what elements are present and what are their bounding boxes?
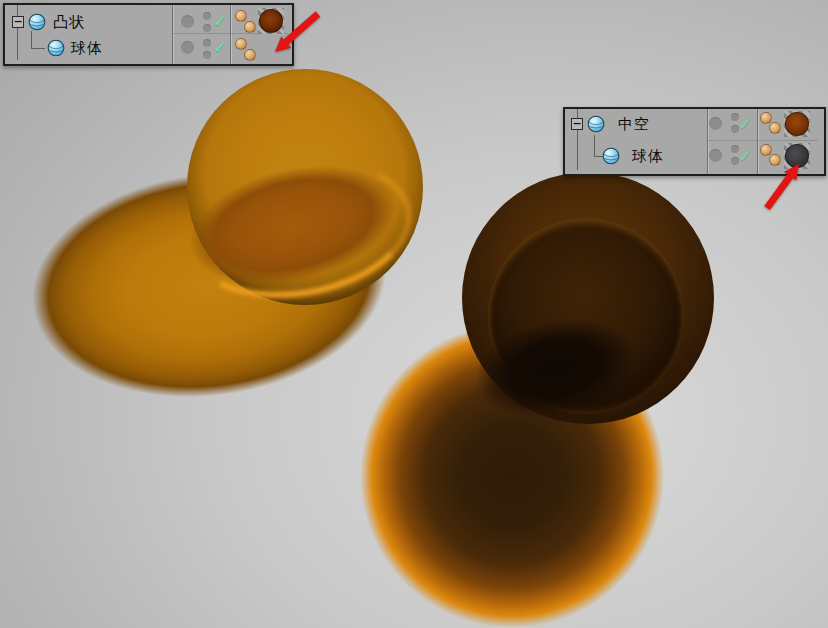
enabled-checkmark[interactable]: ✓	[213, 39, 227, 56]
enabled-checkmark[interactable]: ✓	[213, 13, 227, 30]
annotation-arrow	[258, 8, 324, 58]
annotation-arrow	[757, 156, 812, 214]
row-divider	[707, 140, 818, 141]
tree-branch-line	[31, 48, 45, 49]
tree-root-line	[17, 5, 18, 60]
object-name-label[interactable]: 球体	[71, 40, 103, 57]
visibility-dot-renderer[interactable]	[203, 51, 211, 59]
sphere-object-icon[interactable]	[602, 147, 620, 165]
visibility-dot-editor[interactable]	[203, 12, 211, 20]
object-manager-panel-left[interactable]: − 凸状 球体 ✓ ✓	[3, 3, 294, 66]
render-viewport: − 凸状 球体 ✓ ✓ −	[0, 0, 828, 628]
column-divider	[172, 5, 173, 64]
object-name-label[interactable]: 凸状	[53, 14, 85, 31]
visibility-dot-editor[interactable]	[203, 39, 211, 47]
enabled-checkmark[interactable]: ✓	[738, 148, 752, 165]
layer-dot[interactable]	[709, 117, 722, 130]
texture-tag-icon[interactable]	[244, 21, 256, 33]
tree-branch-line	[31, 31, 32, 48]
tree-branch-line	[594, 135, 595, 156]
object-name-label[interactable]: 球体	[632, 148, 664, 165]
visibility-dot-renderer[interactable]	[203, 24, 211, 32]
texture-tag-icon[interactable]	[244, 49, 256, 61]
texture-tag-icon[interactable]	[769, 122, 781, 134]
object-name-label[interactable]: 中空	[618, 116, 650, 133]
sphere-object-icon[interactable]	[28, 13, 46, 31]
material-swatch[interactable]	[784, 111, 810, 137]
texture-tag-icon[interactable]	[760, 144, 772, 156]
layer-dot[interactable]	[181, 15, 194, 28]
layer-dot[interactable]	[181, 41, 194, 54]
expand-collapse-box[interactable]: −	[571, 118, 583, 130]
layer-dot[interactable]	[709, 149, 722, 162]
sphere-object-icon[interactable]	[587, 115, 605, 133]
expand-collapse-box[interactable]: −	[12, 16, 24, 28]
texture-tag-icon[interactable]	[235, 10, 247, 22]
sphere-object-icon[interactable]	[47, 39, 65, 57]
texture-tag-icon[interactable]	[235, 38, 247, 50]
column-divider	[230, 5, 231, 64]
enabled-checkmark[interactable]: ✓	[738, 116, 752, 133]
column-divider	[707, 109, 708, 174]
texture-tag-icon[interactable]	[760, 112, 772, 124]
